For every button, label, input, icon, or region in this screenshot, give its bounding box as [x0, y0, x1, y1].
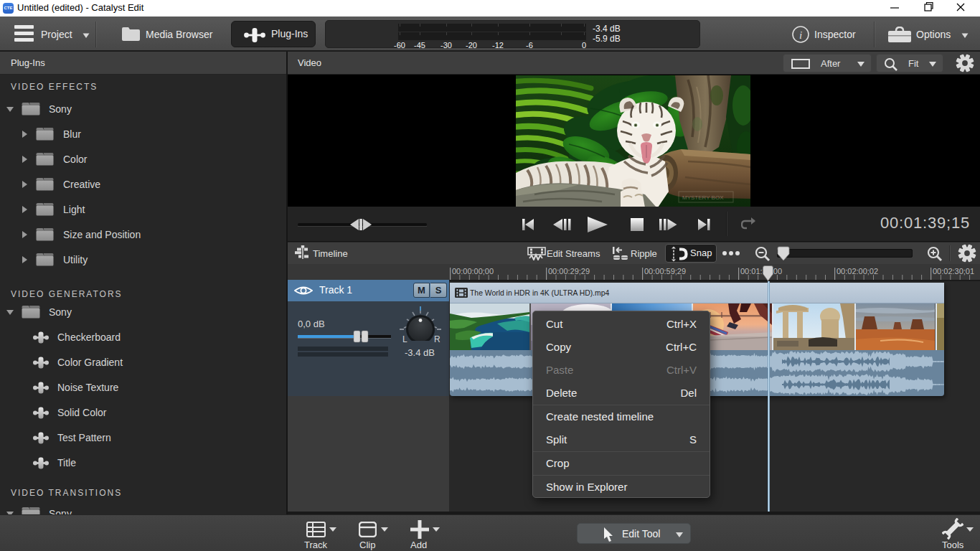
svg-text:i: i: [799, 29, 802, 41]
svg-text:MYSTERY BOX: MYSTERY BOX: [682, 194, 724, 201]
